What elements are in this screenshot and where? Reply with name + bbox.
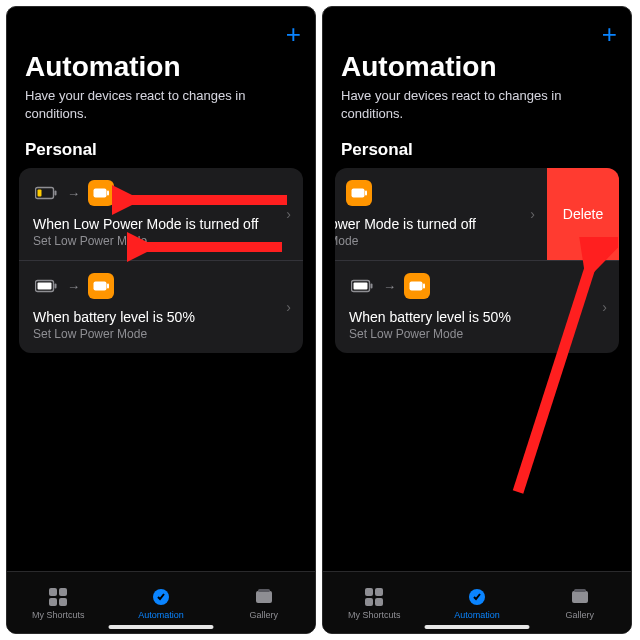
automation-row-battery-50[interactable]: → When battery level is 50% Set Low Powe… (19, 261, 303, 353)
automation-icon (466, 586, 488, 608)
tab-automation[interactable]: Automation (426, 572, 529, 633)
automation-subtitle: Power Mode (335, 234, 547, 248)
svg-rect-23 (371, 284, 373, 289)
home-indicator[interactable] (425, 625, 530, 629)
svg-rect-19 (352, 189, 365, 198)
phone-screenshot-left: + Automation Have your devices react to … (6, 6, 316, 634)
svg-rect-26 (365, 588, 373, 596)
svg-rect-9 (107, 284, 109, 289)
page-title: Automation (341, 51, 613, 83)
tab-my-shortcuts[interactable]: My Shortcuts (7, 572, 110, 633)
automation-subtitle: Set Low Power Mode (349, 327, 605, 341)
automation-title: When battery level is 50% (349, 309, 605, 325)
low-power-action-icon (88, 180, 114, 206)
svg-rect-2 (55, 191, 57, 196)
low-power-action-icon (346, 180, 372, 206)
low-power-action-icon (88, 273, 114, 299)
tab-label: Automation (138, 610, 184, 620)
delete-button[interactable]: Delete (547, 168, 619, 260)
add-button[interactable]: + (602, 21, 617, 47)
automation-subtitle: Set Low Power Mode (33, 327, 289, 341)
top-bar: + (7, 7, 315, 47)
tab-bar: My Shortcuts Automation Gallery (7, 571, 315, 633)
svg-rect-11 (59, 588, 67, 596)
svg-rect-20 (365, 191, 367, 196)
battery-full-icon (349, 273, 375, 299)
svg-rect-29 (375, 598, 383, 606)
automations-list: → Low Power Mode is turned off Power Mod… (335, 168, 619, 353)
add-button[interactable]: + (286, 21, 301, 47)
section-header-personal: Personal (7, 132, 315, 168)
top-bar: + (323, 7, 631, 47)
svg-rect-24 (410, 282, 423, 291)
svg-rect-28 (365, 598, 373, 606)
tab-label: Gallery (565, 610, 594, 620)
automation-title: When Low Power Mode is turned off (33, 216, 289, 232)
automation-row-low-power-off-swiped[interactable]: → Low Power Mode is turned off Power Mod… (335, 168, 619, 261)
tab-gallery[interactable]: Gallery (528, 572, 631, 633)
chevron-right-icon: › (286, 206, 291, 222)
page-header: Automation Have your devices react to ch… (7, 47, 315, 132)
svg-rect-16 (258, 589, 270, 592)
chevron-right-icon: › (530, 206, 535, 222)
grid-icon (363, 586, 385, 608)
tab-label: My Shortcuts (32, 610, 85, 620)
svg-rect-15 (256, 591, 272, 603)
tab-gallery[interactable]: Gallery (212, 572, 315, 633)
automation-icon (150, 586, 172, 608)
tab-label: Automation (454, 610, 500, 620)
svg-rect-13 (59, 598, 67, 606)
chevron-right-icon: › (286, 299, 291, 315)
arrow-right-icon: → (67, 186, 80, 201)
tab-label: My Shortcuts (348, 610, 401, 620)
page-title: Automation (25, 51, 297, 83)
section-header-personal: Personal (323, 132, 631, 168)
svg-rect-1 (38, 190, 42, 197)
home-indicator[interactable] (109, 625, 214, 629)
svg-rect-3 (94, 189, 107, 198)
chevron-right-icon: › (602, 299, 607, 315)
page-subtitle: Have your devices react to changes in co… (341, 87, 613, 122)
svg-rect-31 (572, 591, 588, 603)
phone-screenshot-right: + Automation Have your devices react to … (322, 6, 632, 634)
arrow-right-icon: → (383, 279, 396, 294)
gallery-icon (253, 586, 275, 608)
tab-bar: My Shortcuts Automation Gallery (323, 571, 631, 633)
svg-rect-10 (49, 588, 57, 596)
arrow-right-icon: → (67, 279, 80, 294)
automation-row-battery-50[interactable]: → When battery level is 50% Set Low Powe… (335, 261, 619, 353)
svg-rect-8 (94, 282, 107, 291)
svg-rect-7 (55, 284, 57, 289)
gallery-icon (569, 586, 591, 608)
automations-list: → When Low Power Mode is turned off Set … (19, 168, 303, 353)
grid-icon (47, 586, 69, 608)
tab-my-shortcuts[interactable]: My Shortcuts (323, 572, 426, 633)
automation-subtitle: Set Low Power Mode (33, 234, 289, 248)
page-subtitle: Have your devices react to changes in co… (25, 87, 297, 122)
svg-rect-4 (107, 191, 109, 196)
low-power-action-icon (404, 273, 430, 299)
svg-rect-25 (423, 284, 425, 289)
tab-label: Gallery (249, 610, 278, 620)
svg-rect-6 (38, 283, 52, 290)
automation-title: Low Power Mode is turned off (335, 216, 547, 232)
tab-automation[interactable]: Automation (110, 572, 213, 633)
automation-row-low-power-off[interactable]: → When Low Power Mode is turned off Set … (19, 168, 303, 261)
battery-full-icon (33, 273, 59, 299)
delete-label: Delete (563, 206, 603, 222)
svg-rect-22 (354, 283, 368, 290)
battery-low-icon (33, 180, 59, 206)
svg-rect-27 (375, 588, 383, 596)
page-header: Automation Have your devices react to ch… (323, 47, 631, 132)
svg-rect-32 (574, 589, 586, 592)
svg-rect-12 (49, 598, 57, 606)
automation-title: When battery level is 50% (33, 309, 289, 325)
